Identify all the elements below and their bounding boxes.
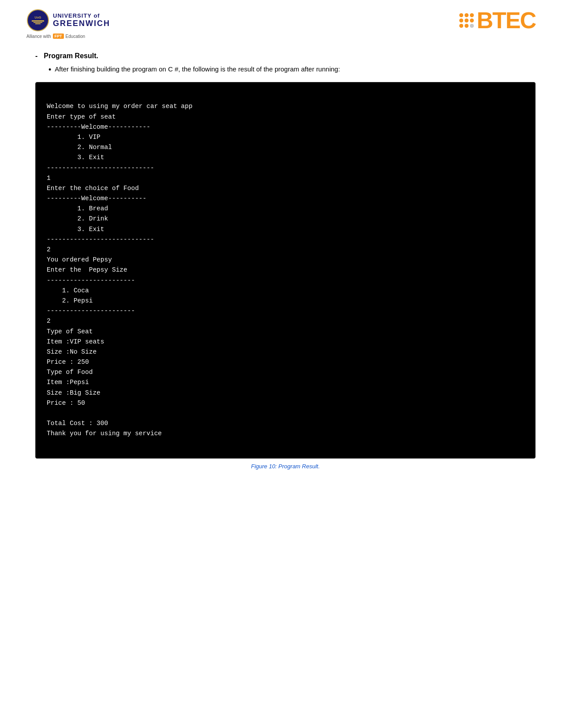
figure-caption: Figure 10: Program Result. [35, 463, 536, 470]
alliance-line: Alliance with FPT Education [26, 34, 110, 39]
program-result-label: Program Result. [44, 52, 98, 60]
btec-text: BTEC [476, 9, 536, 32]
svg-rect-3 [33, 22, 42, 23]
uni-name-top: UNIVERSITY of [53, 12, 110, 19]
main-content: - Program Result. • After finishing buil… [26, 52, 536, 470]
terminal-content: Welcome to using my order car seat app E… [47, 103, 193, 437]
sub-bullet: • After finishing building the program o… [48, 64, 536, 75]
alliance-text: Alliance with [26, 34, 51, 39]
university-name: UNIVERSITY of GREENWICH [53, 12, 110, 28]
bullet-dot-icon: • [48, 64, 51, 75]
page-header: UoG UNIVERSITY of GREENWICH Alliance wit… [26, 9, 536, 39]
svg-rect-2 [32, 20, 44, 22]
university-logo: UoG UNIVERSITY of GREENWICH Alliance wit… [26, 9, 110, 39]
sub-description: After finishing building the program on … [55, 64, 340, 75]
svg-rect-4 [35, 23, 41, 24]
btec-dots-icon [459, 13, 474, 28]
education-text: Education [66, 34, 85, 39]
fpt-badge: FPT [53, 34, 64, 39]
svg-text:UoG: UoG [35, 16, 41, 19]
btec-logo: BTEC [459, 9, 536, 32]
heading-dash: - [35, 52, 37, 60]
section-heading: - Program Result. [35, 52, 536, 60]
terminal-output: Welcome to using my order car seat app E… [35, 82, 536, 459]
uni-name-bottom: GREENWICH [53, 19, 110, 28]
uni-crest-icon: UoG [26, 9, 49, 32]
